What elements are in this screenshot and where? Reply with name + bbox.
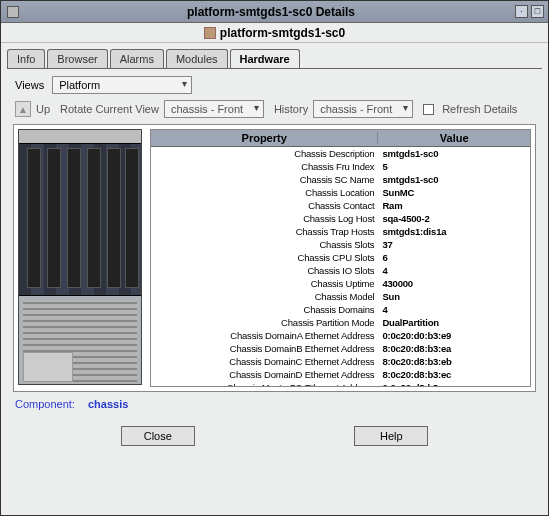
tab-info[interactable]: Info — [7, 49, 45, 68]
value-cell: 430000 — [378, 277, 530, 290]
component-value[interactable]: chassis — [88, 398, 128, 410]
property-cell: Chassis Description — [151, 147, 378, 160]
history-label: History — [274, 103, 308, 115]
tab-browser[interactable]: Browser — [47, 49, 107, 68]
value-cell: 6 — [378, 251, 530, 264]
table-row[interactable]: Chassis MasterSC Ethernet Address0:0c20:… — [151, 381, 530, 386]
component-label: Component: — [15, 398, 75, 410]
value-cell: SunMC — [378, 186, 530, 199]
property-table: Property Value Chassis Descriptionsmtgds… — [150, 129, 531, 387]
value-cell: 8:0c20:d8:b3:ec — [378, 368, 530, 381]
up-label: Up — [36, 103, 50, 115]
table-body[interactable]: Chassis Descriptionsmtgds1-sc0Chassis Fr… — [151, 147, 530, 386]
titlebar: platform-smtgds1-sc0 Details · □ — [1, 1, 548, 23]
value-cell: Ram — [378, 199, 530, 212]
rotate-dropdown[interactable]: chassis - Front — [164, 100, 264, 118]
rotate-label: Rotate Current View — [60, 103, 159, 115]
property-cell: Chassis DomainA Ethernet Address — [151, 329, 378, 342]
property-cell: Chassis IO Slots — [151, 264, 378, 277]
property-cell: Chassis DomainD Ethernet Address — [151, 368, 378, 381]
property-cell: Chassis Domains — [151, 303, 378, 316]
table-row[interactable]: Chassis IO Slots4 — [151, 264, 530, 277]
value-cell: 4 — [378, 264, 530, 277]
col-header-value[interactable]: Value — [378, 132, 530, 144]
table-row[interactable]: Chassis Partition ModeDualPartition — [151, 316, 530, 329]
refresh-label: Refresh Details — [442, 103, 517, 115]
window-menu-icon[interactable] — [7, 6, 19, 18]
minimize-button[interactable]: · — [515, 5, 528, 18]
property-cell: Chassis MasterSC Ethernet Address — [151, 381, 378, 386]
tab-hardware[interactable]: Hardware — [230, 49, 300, 68]
close-button[interactable]: Close — [121, 426, 195, 446]
value-cell: Sun — [378, 290, 530, 303]
views-row: Views Platform — [15, 76, 534, 94]
sub-title: platform-smtgds1-sc0 — [220, 26, 345, 40]
value-cell: sqa-4500-2 — [378, 212, 530, 225]
history-dropdown[interactable]: chassis - Front — [313, 100, 413, 118]
tab-modules[interactable]: Modules — [166, 49, 228, 68]
table-row[interactable]: Chassis CPU Slots6 — [151, 251, 530, 264]
property-cell: Chassis CPU Slots — [151, 251, 378, 264]
property-cell: Chassis Trap Hosts — [151, 225, 378, 238]
property-cell: Chassis Partition Mode — [151, 316, 378, 329]
table-row[interactable]: Chassis Fru Index5 — [151, 160, 530, 173]
property-cell: Chassis Fru Index — [151, 160, 378, 173]
table-row[interactable]: Chassis ModelSun — [151, 290, 530, 303]
property-cell: Chassis Contact — [151, 199, 378, 212]
views-dropdown[interactable]: Platform — [52, 76, 192, 94]
col-header-property[interactable]: Property — [151, 132, 378, 144]
property-cell: Chassis SC Name — [151, 173, 378, 186]
value-cell: 8:0c20:d8:b3:eb — [378, 355, 530, 368]
property-cell: Chassis DomainC Ethernet Address — [151, 355, 378, 368]
value-cell: smtgds1-sc0 — [378, 147, 530, 160]
property-cell: Chassis Uptime — [151, 277, 378, 290]
tab-bar: Info Browser Alarms Modules Hardware — [7, 49, 542, 69]
table-row[interactable]: Chassis Descriptionsmtgds1-sc0 — [151, 147, 530, 160]
button-row: Close Help — [41, 426, 508, 446]
property-cell: Chassis Slots — [151, 238, 378, 251]
table-row[interactable]: Chassis Trap Hostssmtgds1:dis1a — [151, 225, 530, 238]
property-cell: Chassis Location — [151, 186, 378, 199]
table-row[interactable]: Chassis DomainA Ethernet Address0:0c20:d… — [151, 329, 530, 342]
value-cell: smtgds1:dis1a — [378, 225, 530, 238]
host-icon — [204, 27, 216, 39]
chassis-view[interactable] — [18, 129, 142, 385]
table-row[interactable]: Chassis DomainC Ethernet Address8:0c20:d… — [151, 355, 530, 368]
table-row[interactable]: Chassis Log Hostsqa-4500-2 — [151, 212, 530, 225]
value-cell: smtgds1-sc0 — [378, 173, 530, 186]
views-value: Platform — [59, 79, 100, 91]
table-row[interactable]: Chassis SC Namesmtgds1-sc0 — [151, 173, 530, 186]
sub-titlebar: platform-smtgds1-sc0 — [1, 23, 548, 43]
refresh-checkbox[interactable] — [423, 104, 434, 115]
history-value: chassis - Front — [320, 103, 392, 115]
help-button[interactable]: Help — [354, 426, 428, 446]
value-cell: 0:0c20:d8:b3:ec — [378, 381, 530, 386]
value-cell: 0:0c20:d0:b3:e9 — [378, 329, 530, 342]
table-row[interactable]: Chassis DomainB Ethernet Address8:0c20:d… — [151, 342, 530, 355]
value-cell: 37 — [378, 238, 530, 251]
table-row[interactable]: Chassis LocationSunMC — [151, 186, 530, 199]
property-cell: Chassis Log Host — [151, 212, 378, 225]
value-cell: DualPartition — [378, 316, 530, 329]
value-cell: 8:0c20:d8:b3:ea — [378, 342, 530, 355]
table-row[interactable]: Chassis Uptime430000 — [151, 277, 530, 290]
toolbar: ▲ Up Rotate Current View chassis - Front… — [15, 100, 534, 118]
table-row[interactable]: Chassis ContactRam — [151, 199, 530, 212]
property-cell: Chassis Model — [151, 290, 378, 303]
up-icon[interactable]: ▲ — [15, 101, 31, 117]
views-label: Views — [15, 79, 44, 91]
component-row: Component: chassis — [15, 398, 534, 410]
main-area: Property Value Chassis Descriptionsmtgds… — [13, 124, 536, 392]
value-cell: 4 — [378, 303, 530, 316]
window-title: platform-smtgds1-sc0 Details — [27, 5, 515, 19]
property-cell: Chassis DomainB Ethernet Address — [151, 342, 378, 355]
value-cell: 5 — [378, 160, 530, 173]
table-row[interactable]: Chassis DomainD Ethernet Address8:0c20:d… — [151, 368, 530, 381]
table-row[interactable]: Chassis Domains4 — [151, 303, 530, 316]
tab-alarms[interactable]: Alarms — [110, 49, 164, 68]
maximize-button[interactable]: □ — [531, 5, 544, 18]
table-row[interactable]: Chassis Slots37 — [151, 238, 530, 251]
rotate-value: chassis - Front — [171, 103, 243, 115]
